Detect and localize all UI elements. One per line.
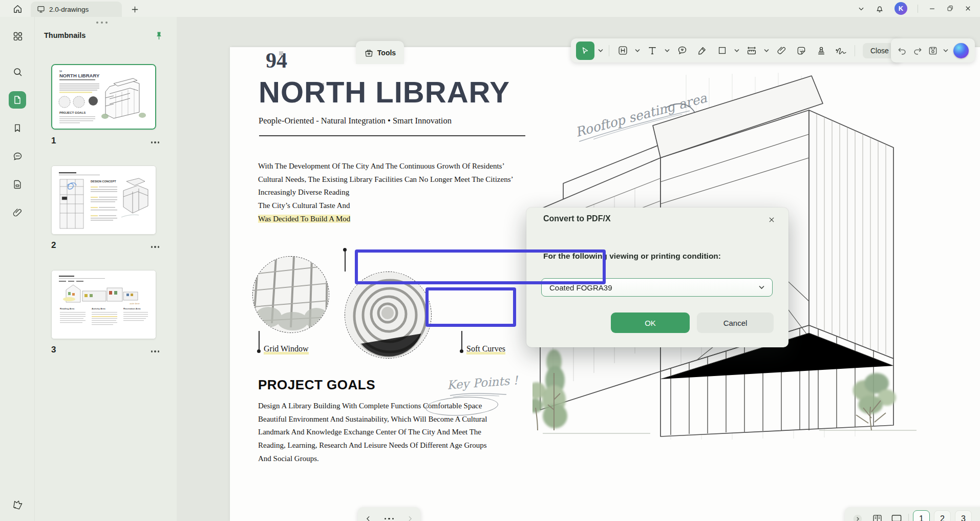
ok-button[interactable]: OK (611, 312, 690, 333)
more-pages-icon[interactable] (385, 518, 394, 520)
text-tool-chevron-icon[interactable] (664, 42, 671, 59)
thumbnail-page-1[interactable]: 94 NORTH LIBRARY PROJECT GOALS (51, 64, 156, 130)
measure-tool-chevron-icon[interactable] (763, 42, 770, 59)
soft-curves-photo (345, 272, 432, 359)
select-tool-chevron-icon[interactable] (597, 42, 604, 59)
soft-curves-leader-dot (460, 349, 463, 353)
thumbnail-2-number: 2 (51, 240, 56, 251)
thumbnail-1-preview: 94 NORTH LIBRARY PROJECT GOALS (52, 65, 155, 129)
history-nav-pill (358, 507, 420, 521)
stamp-icon (816, 46, 826, 56)
annotation-highlight-dropdown (355, 249, 606, 284)
panel-resize-handle[interactable] (96, 22, 108, 24)
user-avatar[interactable]: K (894, 2, 907, 15)
sidebar-item-thumbnails[interactable] (9, 91, 26, 109)
sidebar-item-annotations[interactable] (9, 176, 26, 193)
highlighter-tool-button[interactable] (693, 42, 711, 59)
minimize-button[interactable] (928, 5, 936, 12)
maximize-button[interactable] (946, 5, 954, 12)
thumbnail-page-2[interactable]: DESIGN CONCEPT (51, 165, 156, 235)
caption-grid-window: Grid Window (264, 344, 309, 355)
close-window-button[interactable] (964, 5, 972, 12)
sidebar-item-appearance[interactable] (9, 496, 26, 513)
save-options-chevron-icon[interactable] (943, 49, 948, 52)
grid-icon (12, 31, 23, 41)
thumbnail-2-more-icon[interactable] (148, 242, 162, 252)
thumbnail-3-more-icon[interactable] (148, 347, 162, 356)
comment-tool-button[interactable] (673, 42, 691, 59)
page-layout-icon[interactable] (869, 510, 885, 521)
text-tool-button[interactable] (644, 42, 661, 59)
tools-tab-label: Tools (377, 49, 396, 57)
redo-icon[interactable] (912, 46, 923, 56)
attachment-tool-button[interactable] (773, 42, 790, 59)
text-icon (647, 46, 657, 56)
palette-swatches-icon (12, 499, 23, 510)
shape-tool-button[interactable] (713, 42, 731, 59)
titlebar: 2.0-drawings K (0, 0, 980, 17)
main-toolbar: Close (571, 38, 902, 62)
thumbnail-1-more-icon[interactable] (148, 138, 162, 147)
thumbnail-3-number: 3 (51, 345, 56, 355)
signature-icon (835, 46, 847, 56)
presentation-mode-icon[interactable] (889, 510, 904, 521)
ruler-icon (746, 45, 757, 56)
page-button-2[interactable]: 2 (934, 510, 951, 521)
sidebar-item-comments[interactable] (9, 148, 26, 165)
dialog-close-button[interactable] (766, 214, 777, 225)
search-icon (12, 67, 23, 77)
page-button-3[interactable]: 3 (955, 510, 972, 521)
titlebar-chevron-down-icon[interactable] (858, 5, 865, 12)
caption-soft-curves: Soft Curves (466, 344, 505, 355)
document-viewport: 94 NORTH LIBRARY People-Oriented - Natur… (177, 17, 980, 521)
status-bar: 1 2 3 80% 1:1 (845, 507, 980, 521)
cancel-button[interactable]: Cancel (697, 312, 774, 333)
document-tab[interactable]: 2.0-drawings (31, 2, 122, 17)
sticker-tool-button[interactable] (793, 42, 810, 59)
heading-tool-button[interactable] (614, 42, 631, 59)
notifications-bell-icon[interactable] (875, 4, 884, 13)
document-heading: NORTH LIBRARY (259, 75, 510, 109)
select-tool-button[interactable] (576, 41, 594, 60)
measure-tool-button[interactable] (743, 42, 760, 59)
stamp-tool-button[interactable] (813, 42, 830, 59)
heading-tool-chevron-icon[interactable] (634, 42, 641, 59)
signature-tool-button[interactable] (833, 42, 850, 59)
handwritten-key-points: Key Points ! (446, 373, 518, 392)
svg-text:DESIGN CONCEPT: DESIGN CONCEPT (91, 180, 116, 183)
annotation-file-icon (12, 179, 23, 190)
sidebar-item-search[interactable] (9, 63, 26, 80)
sticker-icon (796, 46, 806, 56)
pin-icon (155, 31, 163, 41)
page-button-1[interactable]: 1 (913, 510, 930, 521)
dropdown-chevron-icon (759, 285, 764, 289)
plus-icon (131, 5, 139, 14)
photo-leader-dot (343, 248, 347, 252)
heading-icon (617, 45, 628, 56)
shape-tool-chevron-icon[interactable] (733, 42, 740, 59)
document-tab-label: 2.0-drawings (49, 6, 89, 13)
sidebar-item-attachments[interactable] (9, 204, 26, 221)
condition-dropdown-value: Coated FOGRA39 (549, 283, 612, 292)
titlebar-divider (918, 5, 918, 13)
back-button[interactable] (365, 515, 372, 521)
undo-icon[interactable] (897, 46, 907, 56)
expand-bar-button[interactable] (850, 510, 865, 521)
previous-page-chevron-icon[interactable] (976, 510, 980, 521)
tools-icon (364, 48, 374, 57)
intro-paragraph: With The Development Of The City And The… (258, 160, 524, 226)
comment-icon (12, 151, 23, 162)
home-button[interactable] (10, 2, 25, 16)
sidebar-item-launchpad[interactable] (9, 27, 26, 45)
tools-tab[interactable]: Tools (356, 41, 404, 64)
save-icon[interactable] (928, 46, 938, 56)
forward-button[interactable] (407, 515, 413, 521)
ai-assistant-button[interactable] (953, 43, 969, 58)
pin-panel-button[interactable] (152, 29, 165, 43)
sidebar-item-bookmarks[interactable] (9, 119, 26, 137)
new-tab-button[interactable] (128, 3, 141, 16)
grid-window-photo (252, 256, 329, 333)
statusbar-divider (908, 514, 909, 521)
thumbnail-page-3[interactable]: Reading Area Activity Area Recreation Ar… (51, 270, 156, 339)
toolbar-divider (609, 45, 609, 56)
